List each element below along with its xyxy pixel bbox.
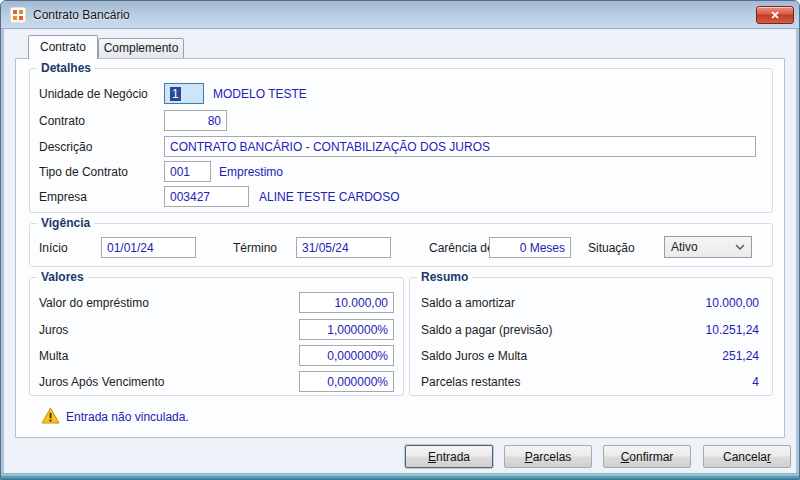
valor-emprestimo-value: 10.000,00 xyxy=(335,296,388,310)
tab-contrato[interactable]: Contrato xyxy=(28,35,98,59)
group-resumo-caption: Resumo xyxy=(417,270,472,284)
parcelas-restantes-value: 4 xyxy=(609,375,759,389)
saldo-juros-multa-label: Saldo Juros e Multa xyxy=(421,349,527,363)
unidade-negocio-label: Unidade de Negócio xyxy=(39,87,148,101)
inicio-label: Início xyxy=(39,241,68,255)
contrato-input[interactable]: 80 xyxy=(164,110,227,131)
multa-value: 0,000000% xyxy=(327,349,388,363)
multa-label: Multa xyxy=(39,349,68,363)
unidade-negocio-value: 1 xyxy=(170,87,181,101)
entrada-button[interactable]: Entrada xyxy=(405,445,493,468)
saldo-pagar-label: Saldo a pagar (previsão) xyxy=(421,323,552,337)
situacao-selected-value: Ativo xyxy=(671,240,698,254)
group-detalhes-caption: Detalhes xyxy=(37,61,95,75)
inicio-input[interactable]: 01/01/24 xyxy=(101,237,196,258)
saldo-amortizar-value: 10.000,00 xyxy=(609,296,759,310)
group-valores-caption: Valores xyxy=(37,270,88,284)
carencia-value: 0 Meses xyxy=(520,241,565,255)
carencia-label: Carência de xyxy=(429,241,494,255)
confirmar-button[interactable]: Confirmar xyxy=(603,445,691,468)
cancelar-label-mnemonic: r xyxy=(767,450,771,464)
empresa-input[interactable]: 003427 xyxy=(164,186,249,207)
juros-value: 1,000000% xyxy=(327,323,388,337)
close-button[interactable]: ✕ xyxy=(756,6,794,24)
situacao-dropdown[interactable]: Ativo xyxy=(664,236,752,258)
juros-label: Juros xyxy=(39,323,68,337)
confirmar-label-post: onfirmar xyxy=(629,450,673,464)
juros-input[interactable]: 1,000000% xyxy=(299,319,394,340)
tipo-contrato-input[interactable]: 001 xyxy=(164,161,211,182)
situacao-label: Situação xyxy=(588,241,635,255)
group-vigencia-caption: Vigência xyxy=(37,216,94,230)
title-bar[interactable]: Contrato Bancário ✕ xyxy=(1,1,799,29)
multa-input[interactable]: 0,000000% xyxy=(299,345,394,366)
tipo-contrato-value: 001 xyxy=(170,165,190,179)
tipo-contrato-label: Tipo de Contrato xyxy=(39,165,128,179)
valor-emprestimo-input[interactable]: 10.000,00 xyxy=(299,292,394,313)
warning-icon xyxy=(41,407,60,424)
tab-complemento[interactable]: Complemento xyxy=(98,38,184,59)
cancelar-button[interactable]: Cancelar xyxy=(703,445,791,468)
app-icon xyxy=(10,7,26,23)
empresa-value: 003427 xyxy=(170,190,210,204)
saldo-amortizar-label: Saldo a amortizar xyxy=(421,296,515,310)
descricao-value: CONTRATO BANCÁRIO - CONTABILIZAÇÃO DOS J… xyxy=(170,140,490,154)
contrato-value: 80 xyxy=(208,114,221,128)
saldo-pagar-value: 10.251,24 xyxy=(609,323,759,337)
saldo-juros-multa-value: 251,24 xyxy=(609,349,759,363)
window-bottom-frame xyxy=(1,473,799,479)
parcelas-restantes-label: Parcelas restantes xyxy=(421,375,520,389)
empresa-description: ALINE TESTE CARDOSO xyxy=(259,190,399,204)
unidade-negocio-description: MODELO TESTE xyxy=(213,87,307,101)
entrada-label-mnemonic: E xyxy=(428,450,436,464)
unidade-negocio-input[interactable]: 1 xyxy=(164,83,204,104)
dialog-body: Contrato Complemento Detalhes Unidade de… xyxy=(4,29,796,473)
descricao-input[interactable]: CONTRATO BANCÁRIO - CONTABILIZAÇÃO DOS J… xyxy=(164,136,756,157)
contrato-label: Contrato xyxy=(39,114,85,128)
empresa-label: Empresa xyxy=(39,190,87,204)
juros-apos-vencimento-input[interactable]: 0,000000% xyxy=(299,371,394,392)
cancelar-label-pre: Cancela xyxy=(723,450,767,464)
juros-apos-vencimento-value: 0,000000% xyxy=(327,375,388,389)
entrada-label-post: ntrada xyxy=(436,450,470,464)
parcelas-button[interactable]: Parcelas xyxy=(504,445,592,468)
chevron-down-icon xyxy=(735,242,745,252)
termino-value: 31/05/24 xyxy=(302,241,349,255)
descricao-label: Descrição xyxy=(39,140,92,154)
valor-emprestimo-label: Valor do empréstimo xyxy=(39,296,149,310)
tipo-contrato-description: Emprestimo xyxy=(219,165,283,179)
termino-label: Término xyxy=(233,241,277,255)
carencia-input[interactable]: 0 Meses xyxy=(489,237,571,258)
parcelas-label-post: arcelas xyxy=(533,450,572,464)
inicio-value: 01/01/24 xyxy=(107,241,154,255)
window-title: Contrato Bancário xyxy=(33,8,130,22)
parcelas-label-mnemonic: P xyxy=(525,450,533,464)
warning-message: Entrada não vinculada. xyxy=(66,410,189,424)
close-icon: ✕ xyxy=(770,9,779,21)
juros-apos-vencimento-label: Juros Após Vencimento xyxy=(39,375,164,389)
termino-input[interactable]: 31/05/24 xyxy=(296,237,391,258)
dialog-contrato-bancario: Contrato Bancário ✕ Contrato Complemento… xyxy=(0,0,800,480)
